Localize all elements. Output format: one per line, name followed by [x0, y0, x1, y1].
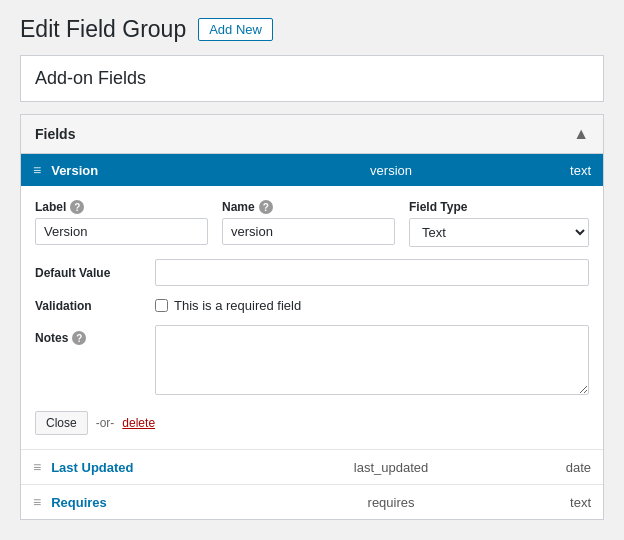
fields-panel: Fields ▲ ≡ Version version text Label ? …: [20, 114, 604, 520]
close-button[interactable]: Close: [35, 411, 88, 435]
required-checkbox-label[interactable]: This is a required field: [174, 298, 301, 313]
field-key-text: last_updated: [281, 460, 501, 475]
field-name-link[interactable]: Requires: [51, 495, 271, 510]
validation-label: Validation: [35, 299, 155, 313]
type-group: Field Type Text Textarea Number Email UR…: [409, 200, 589, 247]
default-value-input[interactable]: [155, 259, 589, 286]
field-type-text: date: [511, 460, 591, 475]
default-value-row: Default Value: [35, 259, 589, 286]
field-key-text: requires: [281, 495, 501, 510]
name-group: Name ?: [222, 200, 395, 247]
active-field-label[interactable]: Version: [51, 163, 271, 178]
name-help-icon[interactable]: ?: [259, 200, 273, 214]
or-separator: -or-: [96, 416, 115, 430]
notes-label: Notes ?: [35, 325, 155, 345]
notes-help-icon[interactable]: ?: [72, 331, 86, 345]
list-item: ≡ Requires requires text: [21, 485, 603, 519]
type-field-label: Field Type: [409, 200, 589, 214]
name-input[interactable]: [222, 218, 395, 245]
default-value-label: Default Value: [35, 266, 155, 280]
label-group: Label ?: [35, 200, 208, 247]
delete-button[interactable]: delete: [122, 416, 155, 430]
field-type-text: text: [511, 495, 591, 510]
active-field-type: text: [511, 163, 591, 178]
label-input[interactable]: [35, 218, 208, 245]
actions-row: Close -or- delete: [35, 407, 589, 435]
other-fields-list: ≡ Last Updated last_updated date ≡ Requi…: [21, 450, 603, 519]
group-title: Add-on Fields: [35, 68, 146, 88]
notes-textarea[interactable]: [155, 325, 589, 395]
list-item: ≡ Last Updated last_updated date: [21, 450, 603, 485]
add-new-button[interactable]: Add New: [198, 18, 273, 41]
name-field-label: Name ?: [222, 200, 395, 214]
label-help-icon[interactable]: ?: [70, 200, 84, 214]
active-field-key: version: [281, 163, 501, 178]
field-form: Label ? Name ? Field Type Text Textarea …: [21, 186, 603, 450]
label-field-label: Label ?: [35, 200, 208, 214]
field-name-link[interactable]: Last Updated: [51, 460, 271, 475]
label-name-type-row: Label ? Name ? Field Type Text Textarea …: [35, 200, 589, 247]
validation-check-row: This is a required field: [155, 298, 301, 313]
active-field-row-header[interactable]: ≡ Version version text: [21, 154, 603, 186]
drag-handle-icon[interactable]: ≡: [33, 494, 41, 510]
page-header: Edit Field Group Add New: [0, 0, 624, 55]
required-checkbox[interactable]: [155, 299, 168, 312]
group-title-bar: Add-on Fields: [20, 55, 604, 102]
fields-panel-title: Fields: [35, 126, 75, 142]
collapse-arrow-icon[interactable]: ▲: [573, 125, 589, 143]
drag-handle-icon[interactable]: ≡: [33, 162, 41, 178]
validation-row: Validation This is a required field: [35, 298, 589, 313]
field-type-select[interactable]: Text Textarea Number Email URL Password: [409, 218, 589, 247]
fields-panel-header: Fields ▲: [21, 115, 603, 154]
drag-handle-icon[interactable]: ≡: [33, 459, 41, 475]
page-title: Edit Field Group: [20, 16, 186, 43]
notes-row: Notes ?: [35, 325, 589, 395]
